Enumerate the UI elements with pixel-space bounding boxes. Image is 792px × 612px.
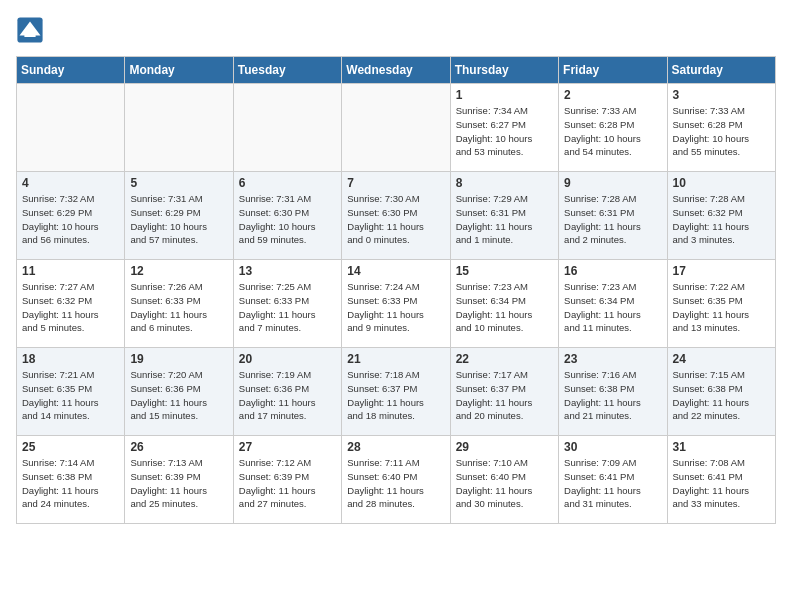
calendar-cell: 14Sunrise: 7:24 AM Sunset: 6:33 PM Dayli…	[342, 260, 450, 348]
day-info: Sunrise: 7:19 AM Sunset: 6:36 PM Dayligh…	[239, 368, 336, 423]
day-info: Sunrise: 7:28 AM Sunset: 6:31 PM Dayligh…	[564, 192, 661, 247]
header-thursday: Thursday	[450, 57, 558, 84]
day-number: 27	[239, 440, 336, 454]
day-number: 22	[456, 352, 553, 366]
day-info: Sunrise: 7:28 AM Sunset: 6:32 PM Dayligh…	[673, 192, 770, 247]
day-number: 2	[564, 88, 661, 102]
calendar-cell	[17, 84, 125, 172]
day-number: 25	[22, 440, 119, 454]
day-number: 29	[456, 440, 553, 454]
header-saturday: Saturday	[667, 57, 775, 84]
calendar-cell: 20Sunrise: 7:19 AM Sunset: 6:36 PM Dayli…	[233, 348, 341, 436]
calendar-cell: 24Sunrise: 7:15 AM Sunset: 6:38 PM Dayli…	[667, 348, 775, 436]
calendar-cell: 17Sunrise: 7:22 AM Sunset: 6:35 PM Dayli…	[667, 260, 775, 348]
day-number: 16	[564, 264, 661, 278]
calendar-cell: 26Sunrise: 7:13 AM Sunset: 6:39 PM Dayli…	[125, 436, 233, 524]
day-number: 9	[564, 176, 661, 190]
day-info: Sunrise: 7:11 AM Sunset: 6:40 PM Dayligh…	[347, 456, 444, 511]
day-info: Sunrise: 7:21 AM Sunset: 6:35 PM Dayligh…	[22, 368, 119, 423]
calendar-cell: 21Sunrise: 7:18 AM Sunset: 6:37 PM Dayli…	[342, 348, 450, 436]
day-info: Sunrise: 7:14 AM Sunset: 6:38 PM Dayligh…	[22, 456, 119, 511]
calendar-cell: 5Sunrise: 7:31 AM Sunset: 6:29 PM Daylig…	[125, 172, 233, 260]
day-number: 26	[130, 440, 227, 454]
day-info: Sunrise: 7:33 AM Sunset: 6:28 PM Dayligh…	[673, 104, 770, 159]
day-number: 17	[673, 264, 770, 278]
day-info: Sunrise: 7:23 AM Sunset: 6:34 PM Dayligh…	[564, 280, 661, 335]
day-number: 15	[456, 264, 553, 278]
calendar-week-3: 11Sunrise: 7:27 AM Sunset: 6:32 PM Dayli…	[17, 260, 776, 348]
day-number: 14	[347, 264, 444, 278]
day-info: Sunrise: 7:08 AM Sunset: 6:41 PM Dayligh…	[673, 456, 770, 511]
logo-icon	[16, 16, 44, 44]
calendar-week-1: 1Sunrise: 7:34 AM Sunset: 6:27 PM Daylig…	[17, 84, 776, 172]
calendar-cell: 11Sunrise: 7:27 AM Sunset: 6:32 PM Dayli…	[17, 260, 125, 348]
calendar-cell: 7Sunrise: 7:30 AM Sunset: 6:30 PM Daylig…	[342, 172, 450, 260]
calendar-cell: 10Sunrise: 7:28 AM Sunset: 6:32 PM Dayli…	[667, 172, 775, 260]
day-number: 6	[239, 176, 336, 190]
calendar-cell: 8Sunrise: 7:29 AM Sunset: 6:31 PM Daylig…	[450, 172, 558, 260]
calendar-cell: 16Sunrise: 7:23 AM Sunset: 6:34 PM Dayli…	[559, 260, 667, 348]
day-info: Sunrise: 7:09 AM Sunset: 6:41 PM Dayligh…	[564, 456, 661, 511]
calendar-cell	[125, 84, 233, 172]
header-monday: Monday	[125, 57, 233, 84]
day-info: Sunrise: 7:24 AM Sunset: 6:33 PM Dayligh…	[347, 280, 444, 335]
calendar-cell: 15Sunrise: 7:23 AM Sunset: 6:34 PM Dayli…	[450, 260, 558, 348]
day-info: Sunrise: 7:16 AM Sunset: 6:38 PM Dayligh…	[564, 368, 661, 423]
header-wednesday: Wednesday	[342, 57, 450, 84]
calendar-cell: 19Sunrise: 7:20 AM Sunset: 6:36 PM Dayli…	[125, 348, 233, 436]
calendar-cell	[233, 84, 341, 172]
day-number: 12	[130, 264, 227, 278]
calendar-cell: 27Sunrise: 7:12 AM Sunset: 6:39 PM Dayli…	[233, 436, 341, 524]
day-number: 3	[673, 88, 770, 102]
day-number: 18	[22, 352, 119, 366]
day-number: 10	[673, 176, 770, 190]
day-number: 13	[239, 264, 336, 278]
calendar-table: SundayMondayTuesdayWednesdayThursdayFrid…	[16, 56, 776, 524]
calendar-cell: 23Sunrise: 7:16 AM Sunset: 6:38 PM Dayli…	[559, 348, 667, 436]
calendar-week-2: 4Sunrise: 7:32 AM Sunset: 6:29 PM Daylig…	[17, 172, 776, 260]
calendar-cell: 29Sunrise: 7:10 AM Sunset: 6:40 PM Dayli…	[450, 436, 558, 524]
calendar-cell: 3Sunrise: 7:33 AM Sunset: 6:28 PM Daylig…	[667, 84, 775, 172]
day-number: 20	[239, 352, 336, 366]
day-info: Sunrise: 7:17 AM Sunset: 6:37 PM Dayligh…	[456, 368, 553, 423]
day-number: 31	[673, 440, 770, 454]
day-info: Sunrise: 7:20 AM Sunset: 6:36 PM Dayligh…	[130, 368, 227, 423]
day-number: 21	[347, 352, 444, 366]
header-sunday: Sunday	[17, 57, 125, 84]
day-info: Sunrise: 7:31 AM Sunset: 6:29 PM Dayligh…	[130, 192, 227, 247]
day-number: 30	[564, 440, 661, 454]
day-info: Sunrise: 7:29 AM Sunset: 6:31 PM Dayligh…	[456, 192, 553, 247]
day-number: 23	[564, 352, 661, 366]
day-info: Sunrise: 7:10 AM Sunset: 6:40 PM Dayligh…	[456, 456, 553, 511]
calendar-cell: 28Sunrise: 7:11 AM Sunset: 6:40 PM Dayli…	[342, 436, 450, 524]
header-tuesday: Tuesday	[233, 57, 341, 84]
day-info: Sunrise: 7:30 AM Sunset: 6:30 PM Dayligh…	[347, 192, 444, 247]
calendar-cell: 1Sunrise: 7:34 AM Sunset: 6:27 PM Daylig…	[450, 84, 558, 172]
calendar-cell: 9Sunrise: 7:28 AM Sunset: 6:31 PM Daylig…	[559, 172, 667, 260]
calendar-cell: 31Sunrise: 7:08 AM Sunset: 6:41 PM Dayli…	[667, 436, 775, 524]
day-info: Sunrise: 7:32 AM Sunset: 6:29 PM Dayligh…	[22, 192, 119, 247]
calendar-cell: 30Sunrise: 7:09 AM Sunset: 6:41 PM Dayli…	[559, 436, 667, 524]
calendar-week-5: 25Sunrise: 7:14 AM Sunset: 6:38 PM Dayli…	[17, 436, 776, 524]
calendar-week-4: 18Sunrise: 7:21 AM Sunset: 6:35 PM Dayli…	[17, 348, 776, 436]
svg-rect-2	[24, 34, 35, 37]
calendar-cell: 22Sunrise: 7:17 AM Sunset: 6:37 PM Dayli…	[450, 348, 558, 436]
calendar-cell	[342, 84, 450, 172]
logo	[16, 16, 48, 44]
calendar-cell: 12Sunrise: 7:26 AM Sunset: 6:33 PM Dayli…	[125, 260, 233, 348]
calendar-cell: 13Sunrise: 7:25 AM Sunset: 6:33 PM Dayli…	[233, 260, 341, 348]
calendar-cell: 4Sunrise: 7:32 AM Sunset: 6:29 PM Daylig…	[17, 172, 125, 260]
day-number: 7	[347, 176, 444, 190]
day-number: 24	[673, 352, 770, 366]
day-info: Sunrise: 7:12 AM Sunset: 6:39 PM Dayligh…	[239, 456, 336, 511]
day-info: Sunrise: 7:34 AM Sunset: 6:27 PM Dayligh…	[456, 104, 553, 159]
calendar-cell: 6Sunrise: 7:31 AM Sunset: 6:30 PM Daylig…	[233, 172, 341, 260]
day-number: 11	[22, 264, 119, 278]
day-info: Sunrise: 7:33 AM Sunset: 6:28 PM Dayligh…	[564, 104, 661, 159]
calendar-cell: 25Sunrise: 7:14 AM Sunset: 6:38 PM Dayli…	[17, 436, 125, 524]
calendar-cell: 18Sunrise: 7:21 AM Sunset: 6:35 PM Dayli…	[17, 348, 125, 436]
day-info: Sunrise: 7:18 AM Sunset: 6:37 PM Dayligh…	[347, 368, 444, 423]
calendar-cell: 2Sunrise: 7:33 AM Sunset: 6:28 PM Daylig…	[559, 84, 667, 172]
calendar-header-row: SundayMondayTuesdayWednesdayThursdayFrid…	[17, 57, 776, 84]
day-info: Sunrise: 7:15 AM Sunset: 6:38 PM Dayligh…	[673, 368, 770, 423]
